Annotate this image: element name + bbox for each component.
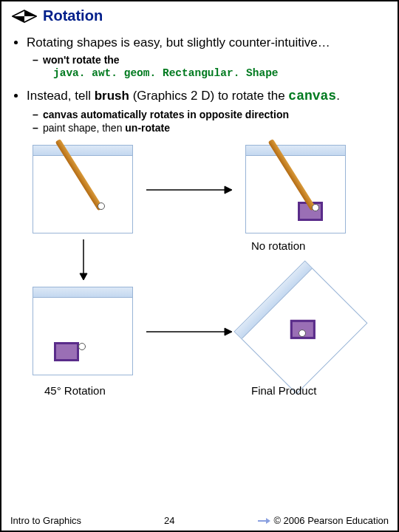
- svg-marker-8: [225, 328, 232, 335]
- footer-page-number: 24: [164, 515, 174, 526]
- bullet-1-sub-1-text: won't rotate the: [43, 54, 120, 66]
- arrow-right-icon: [145, 185, 233, 195]
- footer-left: Intro to Graphics: [10, 515, 81, 526]
- caption-final: Final Product: [251, 384, 316, 397]
- b2s2b: then: [102, 122, 125, 134]
- window-empty: [33, 145, 133, 233]
- window-norotation: [245, 145, 346, 233]
- square-icon: [54, 342, 79, 361]
- footer: Intro to Graphics 24 © 2006 Pearson Educ…: [1, 515, 398, 526]
- bullet-2-post: .: [336, 89, 340, 103]
- arrow-right-icon: [145, 327, 233, 337]
- diagram-area: No rotation 45° Rotation Final Product: [15, 142, 384, 414]
- bullet-1-sub-1: won't rotate the java. awt. geom. Rectan…: [43, 53, 387, 81]
- svg-marker-10: [266, 518, 270, 524]
- bullet-list-2: Instead, tell brush (Graphics 2 D) to ro…: [12, 88, 387, 134]
- bullet-2-sub-2: paint shape, then un-rotate: [43, 121, 387, 134]
- bullet-1: Rotating shapes is easy, but slightly co…: [27, 35, 387, 81]
- b2s2c: un-rotate: [125, 122, 170, 134]
- bullet-1-text: Rotating shapes is easy, but slightly co…: [27, 35, 330, 50]
- svg-marker-6: [80, 273, 87, 280]
- slide-title: Rotation: [43, 7, 103, 24]
- svg-marker-4: [225, 186, 232, 194]
- b2s2a: paint shape,: [43, 122, 102, 134]
- diamond-icon: [12, 10, 37, 23]
- bullet-list: Rotating shapes is easy, but slightly co…: [12, 35, 387, 81]
- titlebar: [246, 146, 345, 156]
- arrow-icon: [257, 517, 270, 525]
- code-text: java. awt. geom. Rectangular. Shape: [53, 66, 387, 81]
- title-row: Rotation: [12, 7, 387, 24]
- titlebar: [33, 146, 132, 156]
- window-final: [245, 272, 356, 383]
- arrow-down-icon: [78, 238, 89, 281]
- bullet-2: Instead, tell brush (Graphics 2 D) to ro…: [27, 88, 387, 134]
- bullet-2-pre: Instead, tell: [27, 89, 95, 103]
- bullet-2-mid: (Graphics 2 D) to rotate the: [129, 89, 288, 103]
- titlebar: [33, 287, 132, 298]
- caption-45: 45° Rotation: [44, 384, 106, 397]
- bullet-2-canvas: canvas: [288, 89, 336, 103]
- window-rotated-canvas: [33, 287, 133, 375]
- bullet-2-brush: brush: [95, 89, 129, 103]
- bullet-2-sub-1: canvas automatically rotates in opposite…: [43, 108, 387, 121]
- footer-right: © 2006 Pearson Education: [273, 515, 389, 526]
- caption-norotation: No rotation: [251, 239, 305, 252]
- slide: Rotation Rotating shapes is easy, but sl…: [0, 0, 399, 532]
